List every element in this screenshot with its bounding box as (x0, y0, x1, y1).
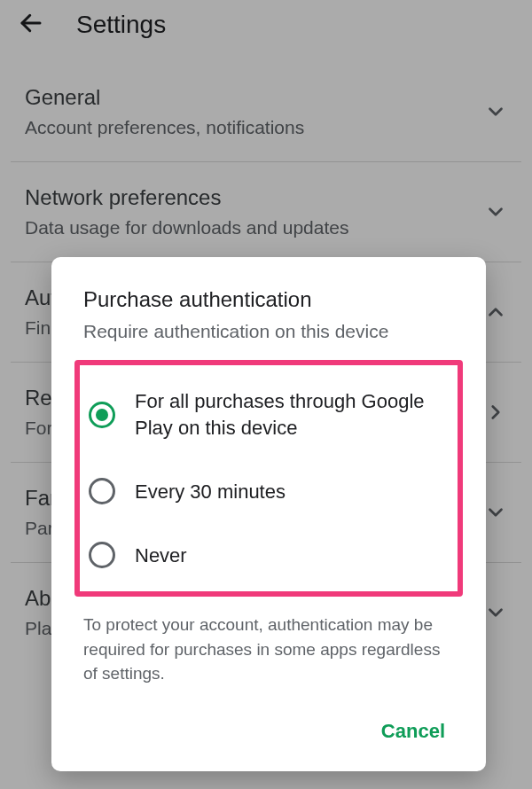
option-label: Never (135, 543, 187, 569)
options-highlight: For all purchases through Google Play on… (74, 360, 463, 597)
dialog-subtitle: Require authentication on this device (83, 321, 454, 342)
dialog-footnote: To protect your account, authentication … (83, 613, 454, 686)
radio-selected-icon (89, 402, 115, 428)
purchase-auth-dialog: Purchase authentication Require authenti… (51, 257, 486, 771)
auth-option-all[interactable]: For all purchases through Google Play on… (89, 378, 449, 451)
auth-option-30min[interactable]: Every 30 minutes (89, 467, 449, 515)
radio-unselected-icon (89, 478, 115, 504)
option-label: Every 30 minutes (135, 479, 286, 505)
dialog-title: Purchase authentication (83, 287, 454, 312)
auth-option-never[interactable]: Never (89, 531, 449, 579)
radio-unselected-icon (89, 542, 115, 568)
option-label: For all purchases through Google Play on… (135, 388, 449, 441)
cancel-button[interactable]: Cancel (372, 713, 454, 750)
